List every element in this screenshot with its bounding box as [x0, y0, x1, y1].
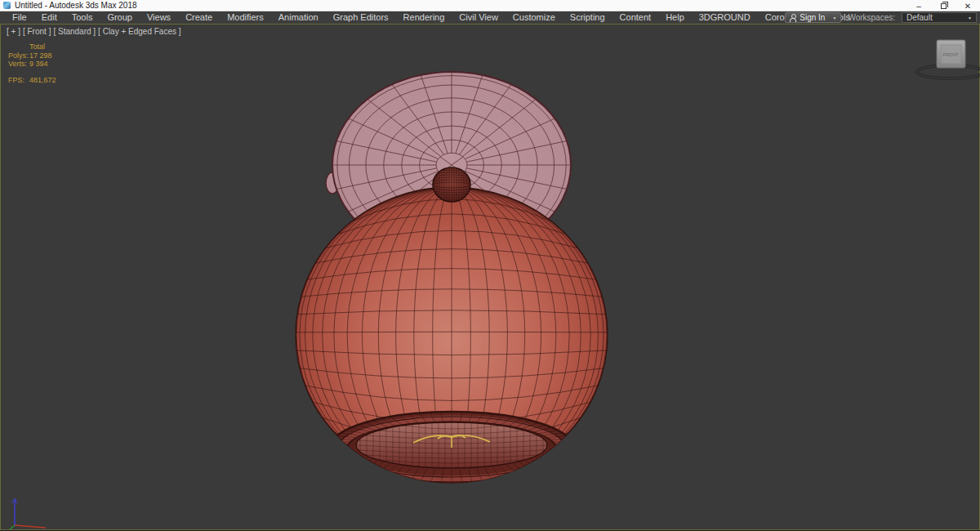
sign-in-label: Sign In — [800, 13, 825, 22]
viewport-menu-standard[interactable]: [ Standard ] — [53, 27, 96, 36]
workspaces-label: Workspaces: — [848, 13, 895, 22]
window-title: Untitled - Autodesk 3ds Max 2018 — [15, 1, 137, 10]
top-knob-mesh[interactable] — [433, 167, 470, 202]
menu-edit[interactable]: Edit — [34, 11, 65, 24]
menu-content[interactable]: Content — [612, 11, 659, 24]
stats-polys-value: 17 298 — [29, 51, 52, 60]
viewcube-front-label: FRONT — [943, 52, 960, 57]
workspace-value: Default — [906, 13, 933, 22]
menu-scripting[interactable]: Scripting — [563, 11, 612, 24]
menu-rendering[interactable]: Rendering — [396, 11, 452, 24]
stats-verts-value: 9 394 — [29, 60, 48, 69]
viewport-menu-pov[interactable]: [ Front ] — [23, 27, 51, 36]
menubar: File Edit Tools Group Views Create Modif… — [0, 11, 980, 24]
sphere-bottom-opening — [329, 412, 574, 485]
viewcube[interactable]: FRONT — [917, 40, 980, 78]
viewport-label: [ + ] [ Front ] [ Standard ] [ Clay + Ed… — [7, 27, 181, 36]
menu-tools[interactable]: Tools — [65, 11, 100, 24]
viewport-menu-shading[interactable]: [ Clay + Edged Faces ] — [98, 27, 180, 36]
viewport-front[interactable]: FRONT [ + ] [ Front ] [ Standard ] [ Cla… — [0, 24, 980, 530]
close-button[interactable]: ✕ — [956, 0, 980, 11]
menu-modifiers[interactable]: Modifiers — [220, 11, 271, 24]
viewport-canvas[interactable]: FRONT — [0, 24, 980, 530]
stats-verts-label: Verts: — [8, 60, 29, 69]
restore-icon — [941, 3, 947, 9]
menu-animation[interactable]: Animation — [271, 11, 326, 24]
viewport-menu-general[interactable]: [ + ] — [7, 27, 20, 36]
stats-polys-label: Polys: — [8, 51, 29, 60]
app-icon — [3, 2, 11, 9]
menu-help[interactable]: Help — [658, 11, 692, 24]
axis-tripod — [10, 498, 46, 529]
window-controls: – ✕ — [906, 0, 980, 11]
stats-fps-label: FPS: — [8, 76, 29, 85]
menu-file[interactable]: File — [5, 11, 34, 24]
restore-button[interactable] — [931, 0, 956, 11]
stats-total-header: Total — [29, 42, 45, 51]
menu-views[interactable]: Views — [140, 11, 178, 24]
menu-create[interactable]: Create — [178, 11, 220, 24]
viewport-statistics: Total Polys:17 298 Verts:9 394 FPS:481,6… — [8, 42, 56, 84]
minimize-button[interactable]: – — [906, 0, 931, 11]
menu-customize[interactable]: Customize — [506, 11, 563, 24]
menu-3dground[interactable]: 3DGROUND — [692, 11, 758, 24]
title-bar: Untitled - Autodesk 3ds Max 2018 – ✕ — [0, 0, 980, 11]
menu-graph-editors[interactable]: Graph Editors — [326, 11, 396, 24]
chevron-down-icon: ▼ — [832, 16, 836, 20]
person-icon — [790, 14, 796, 21]
sign-in-button[interactable]: Sign In ▼ — [785, 12, 841, 23]
workspace-dropdown[interactable]: Default ▼ — [902, 12, 977, 23]
menu-group[interactable]: Group — [100, 11, 140, 24]
menubar-right-cluster: Sign In ▼ Workspaces: Default ▼ — [785, 12, 977, 23]
stats-fps-value: 481,672 — [29, 76, 56, 85]
menu-civil-view[interactable]: Civil View — [452, 11, 505, 24]
chevron-down-icon: ▼ — [968, 16, 972, 20]
